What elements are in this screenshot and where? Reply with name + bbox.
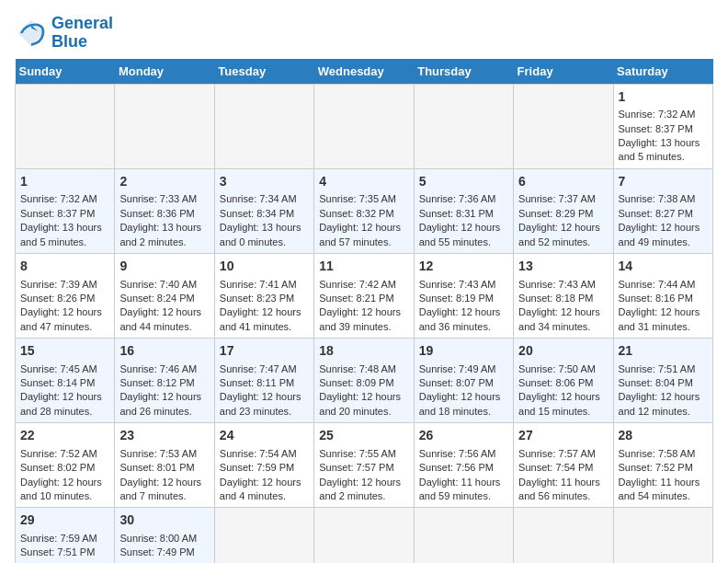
sunset-label: Sunset: 8:11 PM (220, 377, 294, 388)
calendar-cell: 4Sunrise: 7:35 AMSunset: 8:32 PMDaylight… (314, 168, 414, 253)
calendar-cell: 30Sunrise: 8:00 AMSunset: 7:49 PMDayligh… (115, 508, 214, 563)
daylight-label: Daylight: 13 hours and 2 minutes. (119, 222, 201, 247)
daylight-label: Daylight: 13 hours and 0 minutes. (220, 222, 301, 247)
logo-icon (15, 17, 48, 50)
daylight-label: Daylight: 11 hours and 56 minutes. (518, 477, 600, 501)
sunset-label: Sunset: 8:14 PM (20, 377, 95, 388)
sunset-label: Sunset: 8:37 PM (20, 208, 95, 219)
calendar-cell: 16Sunrise: 7:46 AMSunset: 8:12 PMDayligh… (115, 339, 214, 423)
day-number: 14 (619, 258, 708, 276)
sunrise-label: Sunrise: 8:00 AM (119, 533, 197, 544)
calendar-cell: 2Sunrise: 7:33 AMSunset: 8:36 PMDaylight… (115, 168, 214, 253)
sunrise-label: Sunrise: 7:46 AM (119, 363, 197, 374)
sunrise-label: Sunrise: 7:54 AM (220, 448, 297, 459)
logo-text: General Blue (51, 15, 113, 52)
day-number: 16 (119, 342, 209, 361)
sunrise-label: Sunrise: 7:32 AM (20, 193, 97, 204)
sunset-label: Sunset: 8:07 PM (419, 377, 494, 388)
sunrise-label: Sunrise: 7:47 AM (220, 363, 297, 374)
day-number: 8 (20, 258, 109, 276)
sunset-label: Sunset: 7:51 PM (20, 546, 95, 557)
daylight-label: Daylight: 12 hours and 52 minutes. (518, 222, 600, 247)
calendar-cell: 10Sunrise: 7:41 AMSunset: 8:23 PMDayligh… (214, 253, 313, 338)
day-number: 21 (619, 342, 708, 361)
sunset-label: Sunset: 8:09 PM (319, 377, 393, 388)
day-number: 2 (119, 173, 209, 191)
day-number: 30 (119, 511, 209, 530)
calendar-cell: 23Sunrise: 7:53 AMSunset: 8:01 PMDayligh… (115, 423, 214, 508)
sunset-label: Sunset: 8:27 PM (619, 208, 693, 219)
calendar-cell (414, 84, 513, 168)
daylight-label: Daylight: 12 hours and 15 minutes. (518, 391, 600, 416)
calendar-cell: 14Sunrise: 7:44 AMSunset: 8:16 PMDayligh… (613, 253, 712, 338)
daylight-label: Daylight: 11 hours and 59 minutes. (419, 477, 501, 501)
sunrise-label: Sunrise: 7:49 AM (419, 363, 496, 374)
sunrise-label: Sunrise: 7:33 AM (119, 193, 197, 204)
calendar-cell (214, 508, 313, 563)
day-header-thursday: Thursday (414, 59, 513, 85)
sunset-label: Sunset: 7:52 PM (619, 462, 693, 473)
sunrise-label: Sunrise: 7:35 AM (319, 193, 396, 204)
daylight-label: Daylight: 13 hours and 5 minutes. (20, 222, 102, 247)
sunrise-label: Sunrise: 7:53 AM (119, 448, 197, 459)
sunrise-label: Sunrise: 7:56 AM (419, 448, 496, 459)
sunrise-label: Sunrise: 7:50 AM (518, 363, 596, 374)
calendar-cell (314, 508, 414, 563)
daylight-label: Daylight: 12 hours and 23 minutes. (220, 391, 301, 416)
sunset-label: Sunset: 8:36 PM (119, 208, 194, 219)
sunset-label: Sunset: 8:16 PM (619, 293, 693, 304)
calendar-week-3: 15Sunrise: 7:45 AMSunset: 8:14 PMDayligh… (16, 339, 713, 423)
day-header-wednesday: Wednesday (314, 59, 414, 85)
day-header-row: SundayMondayTuesdayWednesdayThursdayFrid… (16, 59, 713, 85)
calendar-cell: 7Sunrise: 7:38 AMSunset: 8:27 PMDaylight… (613, 168, 712, 253)
day-number: 3 (220, 173, 309, 191)
sunset-label: Sunset: 8:19 PM (419, 293, 494, 304)
sunrise-label: Sunrise: 7:48 AM (319, 363, 396, 374)
calendar-cell: 6Sunrise: 7:37 AMSunset: 8:29 PMDaylight… (514, 168, 613, 253)
day-number: 9 (119, 258, 209, 276)
daylight-label: Daylight: 12 hours and 2 minutes. (319, 477, 401, 501)
sunset-label: Sunset: 8:02 PM (20, 462, 95, 473)
day-number: 18 (319, 342, 408, 361)
sunrise-label: Sunrise: 7:57 AM (518, 448, 596, 459)
calendar-cell: 13Sunrise: 7:43 AMSunset: 8:18 PMDayligh… (514, 253, 613, 338)
daylight-label: Daylight: 12 hours and 47 minutes. (20, 306, 102, 331)
sunset-label: Sunset: 8:31 PM (419, 208, 494, 219)
sunset-label: Sunset: 7:59 PM (220, 462, 294, 473)
day-number: 6 (518, 173, 608, 191)
calendar-week-1: 1Sunrise: 7:32 AMSunset: 8:37 PMDaylight… (16, 168, 713, 253)
calendar-cell (613, 508, 712, 563)
day-number: 4 (319, 173, 408, 191)
calendar-cell: 27Sunrise: 7:57 AMSunset: 7:54 PMDayligh… (514, 423, 613, 508)
sunset-label: Sunset: 8:04 PM (619, 377, 693, 388)
calendar-cell (16, 84, 115, 168)
calendar-cell: 12Sunrise: 7:43 AMSunset: 8:19 PMDayligh… (414, 253, 513, 338)
day-header-sunday: Sunday (16, 59, 115, 85)
day-number: 23 (119, 427, 209, 445)
sunrise-label: Sunrise: 7:43 AM (518, 279, 596, 290)
sunset-label: Sunset: 8:06 PM (518, 377, 593, 388)
day-number: 26 (419, 427, 508, 445)
sunrise-label: Sunrise: 7:37 AM (518, 193, 596, 204)
calendar-cell: 22Sunrise: 7:52 AMSunset: 8:02 PMDayligh… (16, 423, 115, 508)
calendar-cell (514, 508, 613, 563)
sunrise-label: Sunrise: 7:45 AM (20, 363, 97, 374)
calendar-header: SundayMondayTuesdayWednesdayThursdayFrid… (16, 59, 713, 85)
calendar-cell (214, 84, 313, 168)
calendar-body: 1Sunrise: 7:32 AMSunset: 8:37 PMDaylight… (16, 84, 713, 563)
daylight-label: Daylight: 12 hours and 49 minutes. (619, 222, 700, 247)
daylight-label: Daylight: 12 hours and 57 minutes. (319, 222, 401, 247)
calendar-cell: 9Sunrise: 7:40 AMSunset: 8:24 PMDaylight… (115, 253, 214, 338)
sunrise-label: Sunrise: 7:41 AM (220, 279, 297, 290)
daylight-label: Daylight: 12 hours and 28 minutes. (20, 391, 102, 416)
sunrise-label: Sunrise: 7:58 AM (619, 448, 696, 459)
sunset-label: Sunset: 7:54 PM (518, 462, 593, 473)
page-header: General Blue (15, 15, 713, 52)
daylight-label: Daylight: 12 hours and 20 minutes. (319, 391, 401, 416)
daylight-label: Daylight: 12 hours and 7 minutes. (119, 477, 201, 501)
daylight-label: Daylight: 12 hours and 31 minutes. (619, 306, 700, 331)
sunrise-label: Sunrise: 7:51 AM (619, 363, 696, 374)
sunset-label: Sunset: 8:37 PM (619, 123, 693, 134)
day-number: 13 (518, 258, 608, 276)
sunset-label: Sunset: 8:01 PM (119, 462, 194, 473)
